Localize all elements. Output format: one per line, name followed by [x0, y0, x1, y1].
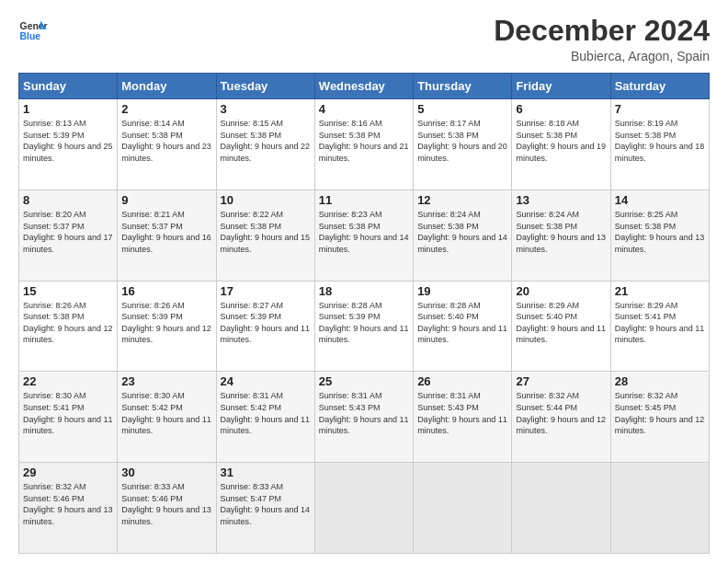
calendar-cell: 22 Sunrise: 8:30 AM Sunset: 5:41 PM Dayl…: [19, 372, 118, 463]
sunrise-text: Sunrise: 8:13 AM: [23, 119, 86, 128]
sunset-text: Sunset: 5:38 PM: [121, 131, 183, 140]
daylight-text: Daylight: 9 hours and 11 minutes.: [221, 324, 311, 345]
daylight-text: Daylight: 9 hours and 14 minutes.: [221, 505, 311, 526]
daylight-text: Daylight: 9 hours and 21 minutes.: [319, 142, 409, 163]
day-number: 29: [23, 465, 113, 479]
sunset-text: Sunset: 5:39 PM: [319, 312, 381, 321]
calendar-cell: 7 Sunrise: 8:19 AM Sunset: 5:38 PM Dayli…: [610, 99, 709, 190]
daylight-text: Daylight: 9 hours and 13 minutes.: [23, 505, 113, 526]
day-info: Sunrise: 8:25 AM Sunset: 5:38 PM Dayligh…: [615, 209, 705, 255]
sunset-text: Sunset: 5:44 PM: [516, 403, 577, 412]
calendar-cell: 17 Sunrise: 8:27 AM Sunset: 5:39 PM Dayl…: [216, 281, 314, 372]
day-number: 11: [319, 193, 409, 207]
sunrise-text: Sunrise: 8:30 AM: [121, 391, 185, 400]
daylight-text: Daylight: 9 hours and 14 minutes.: [319, 233, 409, 254]
subtitle: Bubierca, Aragon, Spain: [494, 49, 710, 63]
sunrise-text: Sunrise: 8:32 AM: [615, 391, 678, 400]
calendar-cell: 24 Sunrise: 8:31 AM Sunset: 5:42 PM Dayl…: [216, 372, 314, 463]
daylight-text: Daylight: 9 hours and 11 minutes.: [319, 415, 409, 436]
calendar-cell: 6 Sunrise: 8:18 AM Sunset: 5:38 PM Dayli…: [512, 99, 610, 190]
calendar-cell: 13 Sunrise: 8:24 AM Sunset: 5:38 PM Dayl…: [512, 190, 610, 281]
calendar-cell: 31 Sunrise: 8:33 AM Sunset: 5:47 PM Dayl…: [216, 463, 314, 554]
sunset-text: Sunset: 5:47 PM: [221, 494, 282, 503]
sunrise-text: Sunrise: 8:32 AM: [516, 391, 579, 400]
day-info: Sunrise: 8:32 AM Sunset: 5:44 PM Dayligh…: [516, 390, 606, 436]
sunrise-text: Sunrise: 8:20 AM: [23, 210, 86, 219]
day-number: 5: [417, 102, 507, 116]
day-info: Sunrise: 8:29 AM Sunset: 5:41 PM Dayligh…: [615, 300, 705, 346]
col-tuesday: Tuesday: [216, 74, 314, 99]
day-info: Sunrise: 8:30 AM Sunset: 5:42 PM Dayligh…: [121, 390, 211, 436]
day-number: 18: [319, 284, 409, 298]
daylight-text: Daylight: 9 hours and 16 minutes.: [121, 233, 211, 254]
daylight-text: Daylight: 9 hours and 11 minutes.: [319, 324, 409, 345]
daylight-text: Daylight: 9 hours and 11 minutes.: [23, 415, 113, 436]
day-number: 31: [221, 465, 311, 479]
calendar-week-3: 15 Sunrise: 8:26 AM Sunset: 5:38 PM Dayl…: [19, 281, 710, 372]
day-number: 3: [221, 102, 311, 116]
calendar-cell: 23 Sunrise: 8:30 AM Sunset: 5:42 PM Dayl…: [118, 372, 216, 463]
daylight-text: Daylight: 9 hours and 13 minutes.: [121, 505, 211, 526]
sunrise-text: Sunrise: 8:19 AM: [615, 119, 678, 128]
sunrise-text: Sunrise: 8:26 AM: [121, 301, 185, 310]
calendar-cell: 8 Sunrise: 8:20 AM Sunset: 5:37 PM Dayli…: [19, 190, 118, 281]
day-number: 25: [319, 374, 409, 388]
calendar-cell: 26 Sunrise: 8:31 AM Sunset: 5:43 PM Dayl…: [414, 372, 512, 463]
calendar-cell: 11 Sunrise: 8:23 AM Sunset: 5:38 PM Dayl…: [314, 190, 413, 281]
day-info: Sunrise: 8:31 AM Sunset: 5:43 PM Dayligh…: [417, 390, 507, 436]
daylight-text: Daylight: 9 hours and 25 minutes.: [23, 142, 113, 163]
daylight-text: Daylight: 9 hours and 20 minutes.: [417, 142, 507, 163]
day-info: Sunrise: 8:32 AM Sunset: 5:46 PM Dayligh…: [23, 481, 113, 527]
sunrise-text: Sunrise: 8:14 AM: [121, 119, 185, 128]
day-info: Sunrise: 8:26 AM Sunset: 5:38 PM Dayligh…: [23, 300, 113, 346]
calendar-cell: 9 Sunrise: 8:21 AM Sunset: 5:37 PM Dayli…: [118, 190, 216, 281]
calendar-table: Sunday Monday Tuesday Wednesday Thursday…: [18, 73, 710, 554]
daylight-text: Daylight: 9 hours and 11 minutes.: [417, 415, 507, 436]
day-info: Sunrise: 8:24 AM Sunset: 5:38 PM Dayligh…: [417, 209, 507, 255]
day-info: Sunrise: 8:29 AM Sunset: 5:40 PM Dayligh…: [516, 300, 606, 346]
header: General Blue December 2024 Bubierca, Ara…: [18, 15, 710, 63]
day-number: 20: [516, 284, 606, 298]
day-number: 16: [121, 284, 211, 298]
calendar-week-2: 8 Sunrise: 8:20 AM Sunset: 5:37 PM Dayli…: [19, 190, 710, 281]
sunset-text: Sunset: 5:38 PM: [417, 131, 479, 140]
sunset-text: Sunset: 5:38 PM: [516, 131, 577, 140]
day-info: Sunrise: 8:33 AM Sunset: 5:46 PM Dayligh…: [121, 481, 211, 527]
sunset-text: Sunset: 5:38 PM: [23, 312, 85, 321]
sunset-text: Sunset: 5:38 PM: [417, 222, 479, 231]
sunrise-text: Sunrise: 8:28 AM: [319, 301, 382, 310]
calendar-cell: 28 Sunrise: 8:32 AM Sunset: 5:45 PM Dayl…: [610, 372, 709, 463]
sunrise-text: Sunrise: 8:29 AM: [516, 301, 579, 310]
day-info: Sunrise: 8:32 AM Sunset: 5:45 PM Dayligh…: [615, 390, 705, 436]
day-number: 6: [516, 102, 606, 116]
sunset-text: Sunset: 5:37 PM: [23, 222, 85, 231]
day-info: Sunrise: 8:31 AM Sunset: 5:43 PM Dayligh…: [319, 390, 409, 436]
sunset-text: Sunset: 5:38 PM: [319, 131, 381, 140]
day-info: Sunrise: 8:27 AM Sunset: 5:39 PM Dayligh…: [221, 300, 311, 346]
day-number: 7: [615, 102, 705, 116]
calendar-cell: 25 Sunrise: 8:31 AM Sunset: 5:43 PM Dayl…: [314, 372, 413, 463]
sunset-text: Sunset: 5:45 PM: [615, 403, 677, 412]
sunset-text: Sunset: 5:46 PM: [121, 494, 183, 503]
calendar-cell: 3 Sunrise: 8:15 AM Sunset: 5:38 PM Dayli…: [216, 99, 314, 190]
calendar-week-1: 1 Sunrise: 8:13 AM Sunset: 5:39 PM Dayli…: [19, 99, 710, 190]
day-number: 1: [23, 102, 113, 116]
sunrise-text: Sunrise: 8:17 AM: [417, 119, 481, 128]
daylight-text: Daylight: 9 hours and 11 minutes.: [516, 324, 606, 345]
calendar-cell: 2 Sunrise: 8:14 AM Sunset: 5:38 PM Dayli…: [118, 99, 216, 190]
daylight-text: Daylight: 9 hours and 11 minutes.: [417, 324, 507, 345]
day-number: 10: [221, 193, 311, 207]
calendar-cell: [414, 463, 512, 554]
col-saturday: Saturday: [610, 74, 709, 99]
calendar-week-5: 29 Sunrise: 8:32 AM Sunset: 5:46 PM Dayl…: [19, 463, 710, 554]
svg-text:Blue: Blue: [20, 31, 41, 41]
calendar-cell: 21 Sunrise: 8:29 AM Sunset: 5:41 PM Dayl…: [610, 281, 709, 372]
calendar-week-4: 22 Sunrise: 8:30 AM Sunset: 5:41 PM Dayl…: [19, 372, 710, 463]
sunrise-text: Sunrise: 8:24 AM: [516, 210, 579, 219]
logo: General Blue: [18, 15, 48, 44]
sunrise-text: Sunrise: 8:32 AM: [23, 482, 86, 491]
day-number: 4: [319, 102, 409, 116]
sunrise-text: Sunrise: 8:26 AM: [23, 301, 86, 310]
day-number: 30: [121, 465, 211, 479]
day-info: Sunrise: 8:33 AM Sunset: 5:47 PM Dayligh…: [221, 481, 311, 527]
